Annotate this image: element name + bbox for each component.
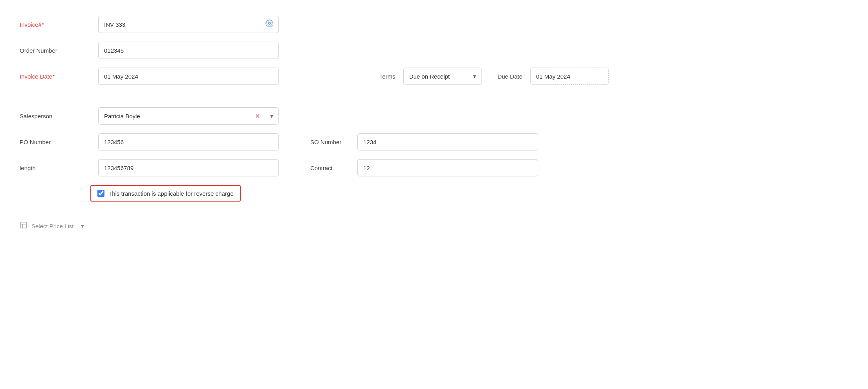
contract-group: Contract: [310, 159, 538, 176]
po-number-row: PO Number SO Number: [20, 133, 609, 150]
invoice-input-wrapper: [98, 16, 279, 33]
length-label: length: [20, 165, 90, 171]
contract-input[interactable]: [357, 159, 538, 176]
section-divider: [20, 96, 609, 96]
due-date-label: Due Date: [498, 73, 522, 80]
svg-point-0: [269, 22, 271, 24]
form-container: Invoice#* Order Number Invoice Date* Ter…: [20, 16, 609, 231]
reverse-charge-checkbox-wrapper[interactable]: This transaction is applicable for rever…: [90, 185, 241, 202]
salesperson-row: Salesperson ✕ ▼: [20, 107, 609, 125]
order-number-label: Order Number: [20, 47, 90, 54]
terms-group: Terms Due on Receipt Net 15 Net 30 Net 4…: [379, 68, 609, 85]
salesperson-icons: ✕ ▼: [251, 107, 279, 125]
invoice-label: Invoice#*: [20, 21, 90, 28]
reverse-charge-checkbox[interactable]: [97, 190, 104, 197]
length-input[interactable]: [98, 159, 279, 176]
reverse-charge-label: This transaction is applicable for rever…: [108, 190, 234, 197]
so-number-label: SO Number: [310, 139, 350, 145]
due-date-input[interactable]: [530, 68, 609, 85]
so-number-group: SO Number: [310, 133, 538, 150]
salesperson-input-wrapper: ✕ ▼: [98, 107, 279, 125]
length-row: length Contract: [20, 159, 609, 176]
invoice-date-input[interactable]: [98, 68, 279, 85]
svg-rect-1: [21, 222, 27, 228]
invoice-date-row: Invoice Date* Terms Due on Receipt Net 1…: [20, 68, 609, 85]
order-number-row: Order Number: [20, 42, 609, 59]
po-number-input[interactable]: [98, 133, 279, 150]
reverse-charge-row: This transaction is applicable for rever…: [90, 185, 609, 202]
invoice-row: Invoice#*: [20, 16, 609, 33]
salesperson-label: Salesperson: [20, 113, 90, 119]
terms-label: Terms: [379, 73, 396, 80]
contract-label: Contract: [310, 165, 350, 171]
so-number-input[interactable]: [357, 133, 538, 150]
salesperson-chevron-icon[interactable]: ▼: [264, 107, 279, 125]
price-list-label: Select Price List: [31, 223, 74, 229]
invoice-date-label: Invoice Date*: [20, 73, 90, 80]
price-list-row[interactable]: Select Price List ▼: [20, 221, 609, 231]
price-list-chevron-icon: ▼: [80, 223, 85, 229]
terms-select-wrapper: Due on Receipt Net 15 Net 30 Net 45 Net …: [403, 68, 482, 85]
price-list-icon: [20, 221, 27, 231]
order-number-input[interactable]: [98, 42, 279, 59]
po-number-label: PO Number: [20, 139, 90, 145]
salesperson-clear-icon[interactable]: ✕: [251, 107, 264, 125]
terms-select[interactable]: Due on Receipt Net 15 Net 30 Net 45 Net …: [403, 68, 482, 85]
gear-icon[interactable]: [266, 20, 273, 29]
invoice-input[interactable]: [98, 16, 279, 33]
